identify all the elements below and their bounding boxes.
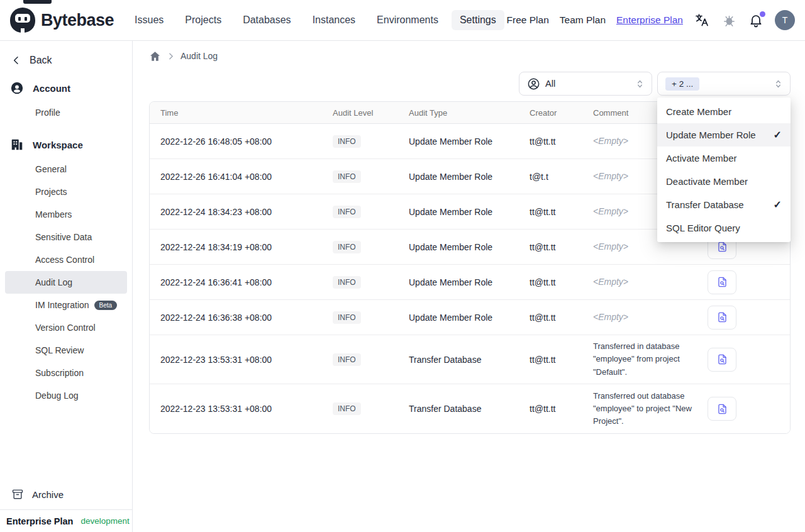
sidebar-item-label: Access Control — [35, 255, 94, 265]
beta-badge: Beta — [94, 301, 118, 310]
top-nav: Bytebase Issues Projects Databases Insta… — [0, 0, 805, 41]
level-badge: INFO — [333, 353, 361, 366]
row-creator: tt@tt.tt — [530, 277, 593, 287]
sidebar-item-label: SQL Review — [35, 345, 84, 355]
sidebar-item-debug-log[interactable]: Debug Log — [5, 384, 127, 407]
bug-report-icon[interactable] — [721, 12, 737, 28]
sidebar-item-general[interactable]: General — [5, 158, 127, 180]
sidebar-item-label: Debug Log — [35, 391, 79, 401]
avatar[interactable]: T — [775, 10, 795, 30]
row-time: 2022-12-24 18:34:23 +08:00 — [150, 207, 333, 217]
nav-link-issues[interactable]: Issues — [126, 10, 172, 30]
file-search-icon — [716, 403, 728, 415]
audit-type-filter-select[interactable]: + 2 ... — [657, 72, 791, 96]
view-detail-button[interactable] — [708, 306, 736, 330]
row-time: 2022-12-23 13:53:31 +08:00 — [150, 404, 333, 414]
menu-item-label: Activate Member — [666, 153, 737, 163]
row-creator: t@t.t — [530, 172, 593, 182]
sidebar-item-subscription[interactable]: Subscription — [5, 362, 127, 384]
menu-item-sql-editor-query[interactable]: SQL Editor Query — [657, 216, 791, 240]
table-row: 2022-12-23 13:53:31 +08:00 INFO Transfer… — [150, 384, 790, 433]
sidebar-item-im-integration[interactable]: IM Integration Beta — [5, 294, 127, 316]
level-badge: INFO — [333, 170, 361, 183]
chevron-right-icon — [167, 52, 175, 60]
menu-item-label: Create Member — [666, 106, 731, 117]
file-search-icon — [716, 276, 728, 288]
header-audit-level: Audit Level — [333, 108, 409, 118]
sidebar-section-workspace: Workspace — [0, 131, 132, 158]
sidebar-item-projects[interactable]: Projects — [5, 180, 127, 203]
row-time: 2022-12-24 16:36:38 +08:00 — [150, 313, 333, 323]
sidebar-item-label: Audit Log — [35, 277, 72, 287]
bytebase-logo[interactable]: Bytebase — [10, 8, 114, 33]
nav-link-projects[interactable]: Projects — [177, 10, 230, 30]
sidebar-item-profile[interactable]: Profile — [5, 101, 127, 124]
view-detail-button[interactable] — [708, 397, 736, 421]
header-creator: Creator — [530, 108, 593, 118]
nav-link-databases[interactable]: Databases — [235, 10, 299, 30]
row-audit-type: Update Member Role — [409, 242, 530, 252]
sidebar-item-label: General — [35, 164, 67, 174]
nav-link-instances[interactable]: Instances — [304, 10, 364, 30]
row-time: 2022-12-24 18:34:19 +08:00 — [150, 242, 333, 252]
back-button[interactable]: Back — [0, 48, 132, 75]
chevron-left-icon — [11, 55, 21, 65]
level-badge: INFO — [333, 311, 361, 324]
menu-item-update-member-role[interactable]: Update Member Role ✓ — [657, 123, 791, 147]
account-section-label: Account — [33, 83, 70, 94]
sidebar-item-label: Projects — [35, 187, 67, 197]
row-audit-type: Update Member Role — [409, 313, 530, 323]
row-creator: tt@tt.tt — [530, 404, 593, 414]
free-plan-link[interactable]: Free Plan — [507, 14, 549, 26]
notifications-bell-icon[interactable] — [748, 12, 764, 28]
row-time: 2022-12-26 16:48:05 +08:00 — [150, 136, 333, 147]
window-artifact — [23, 0, 52, 4]
row-audit-type: Update Member Role — [409, 207, 530, 217]
nav-link-settings[interactable]: Settings — [452, 10, 504, 30]
team-plan-link[interactable]: Team Plan — [560, 14, 606, 26]
creator-filter-select[interactable]: All — [519, 72, 652, 96]
view-detail-button[interactable] — [708, 270, 736, 294]
sidebar-item-members[interactable]: Members — [5, 203, 127, 226]
translate-icon[interactable] — [694, 12, 710, 28]
file-search-icon — [716, 311, 728, 323]
menu-item-deactivate-member[interactable]: Deactivate Member — [657, 170, 791, 193]
enterprise-plan-link[interactable]: Enterprise Plan — [616, 14, 683, 26]
row-comment: Transferred in database "employee" from … — [593, 340, 703, 378]
menu-item-label: SQL Editor Query — [666, 223, 740, 233]
check-icon: ✓ — [774, 129, 782, 141]
creator-filter-value: All — [545, 79, 555, 89]
account-icon — [10, 81, 24, 95]
home-icon[interactable] — [149, 50, 161, 62]
menu-item-activate-member[interactable]: Activate Member — [657, 147, 791, 170]
sidebar-item-label: Sensitive Data — [35, 232, 92, 242]
table-row: 2022-12-23 13:53:31 +08:00 INFO Transfer… — [150, 335, 790, 384]
row-time: 2022-12-23 13:53:31 +08:00 — [150, 355, 333, 365]
sidebar-item-version-control[interactable]: Version Control — [5, 316, 127, 339]
view-detail-button[interactable] — [708, 348, 736, 372]
sidebar-item-label: IM Integration — [35, 300, 89, 310]
level-badge: INFO — [333, 276, 361, 289]
notification-dot — [760, 11, 765, 17]
nav-link-environments[interactable]: Environments — [369, 10, 447, 30]
nav-links: Issues Projects Databases Instances Envi… — [126, 10, 504, 30]
row-comment: <Empty> — [593, 275, 703, 289]
sidebar-item-sensitive-data[interactable]: Sensitive Data — [5, 226, 127, 248]
sidebar-item-label: Version Control — [35, 323, 96, 333]
sidebar-item-sql-review[interactable]: SQL Review — [5, 339, 127, 362]
level-badge: INFO — [333, 402, 361, 415]
sidebar-item-audit-log[interactable]: Audit Log — [5, 271, 127, 294]
sidebar-item-label: Profile — [35, 108, 60, 118]
level-badge: INFO — [333, 241, 361, 253]
row-audit-type: Transfer Database — [409, 404, 530, 414]
archive-button[interactable]: Archive — [0, 480, 132, 509]
sidebar-item-access-control[interactable]: Access Control — [5, 248, 127, 271]
menu-item-create-member[interactable]: Create Member — [657, 100, 791, 123]
row-comment: Transferred out database "employee" to p… — [593, 390, 703, 428]
plan-status-bar: Enterprise Plan development — [0, 509, 132, 532]
level-badge: INFO — [333, 206, 361, 218]
filter-row: All + 2 ... — [149, 72, 791, 96]
menu-item-transfer-database[interactable]: Transfer Database ✓ — [657, 193, 791, 216]
audit-type-dropdown-menu: Create Member Update Member Role ✓ Activ… — [657, 97, 791, 242]
row-time: 2022-12-26 16:41:04 +08:00 — [150, 172, 333, 182]
